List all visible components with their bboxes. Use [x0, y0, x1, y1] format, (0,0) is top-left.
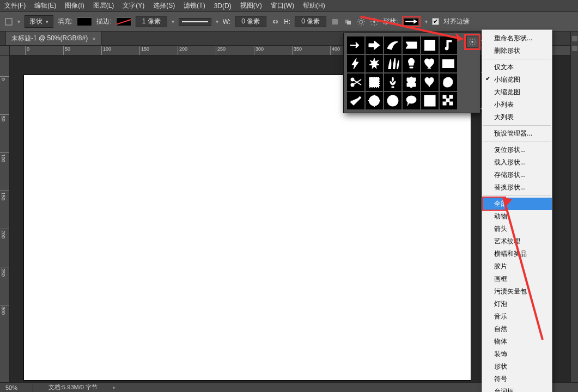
menu-type[interactable]: 文字(Y) [123, 1, 144, 10]
shape-picker-menu-button[interactable] [466, 36, 478, 48]
menu-item[interactable]: 胶片 [482, 260, 552, 273]
link-icon[interactable] [271, 17, 279, 26]
menu-file[interactable]: 文件(F) [4, 1, 26, 10]
chevron-right-icon[interactable]: ▸ [113, 384, 116, 391]
shape-thumb-frame[interactable] [421, 36, 439, 54]
menu-item[interactable]: 预设管理器... [482, 127, 552, 140]
shape-thumb-heart-outline[interactable] [421, 55, 439, 72]
panel-icon[interactable] [572, 36, 577, 41]
menu-item[interactable]: 装饰 [482, 348, 552, 360]
shape-thumb-envelope[interactable] [440, 55, 457, 72]
menu-edit[interactable]: 编辑(E) [34, 1, 56, 10]
tool-preset-icon[interactable] [4, 17, 13, 26]
width-input[interactable]: 0 像素 [235, 16, 266, 27]
panel-icon[interactable] [572, 46, 577, 51]
shape-thumb-grass[interactable] [384, 55, 401, 72]
menu-item[interactable]: 符号 [482, 373, 552, 385]
menu-item[interactable]: 箭头 [482, 223, 552, 235]
menu-item[interactable]: 横幅和奖品 [482, 248, 552, 260]
menu-item[interactable]: 台词框 [482, 385, 552, 392]
chevron-down-icon[interactable]: ▾ [216, 19, 218, 24]
menu-item[interactable]: 动物 [482, 210, 552, 223]
shape-thumb-arrow-thin[interactable] [347, 36, 364, 54]
shape-thumb-banner[interactable] [403, 36, 420, 54]
shape-thumb-dotted-frame[interactable] [366, 74, 383, 91]
menu-item[interactable]: 小列表 [482, 99, 552, 111]
menu-item[interactable]: 存储形状... [482, 169, 552, 181]
menu-item[interactable]: 重命名形状... [482, 32, 552, 45]
zoom-level[interactable]: 50% [5, 384, 17, 391]
shape-thumb-blob[interactable] [440, 74, 457, 91]
menu-item[interactable]: 仅文本 [482, 61, 552, 74]
menu-item[interactable]: 灯泡 [482, 298, 552, 310]
menu-item-label: 大列表 [494, 113, 514, 121]
shape-thumb-music-note[interactable] [440, 36, 457, 54]
menu-item[interactable]: 载入形状... [482, 156, 552, 169]
path-options-icon[interactable] [357, 17, 366, 26]
shape-thumb-checkmark[interactable] [347, 92, 364, 109]
canvas[interactable] [24, 75, 471, 380]
svg-rect-20 [449, 102, 453, 105]
shape-thumb-hatch[interactable] [421, 92, 439, 109]
fill-swatch[interactable] [77, 17, 92, 26]
options-bar: ▾ 形状 ▾ 填充: 描边: 1 像素 ▾ ▾ W: 0 像素 H: 0 像素 … [0, 12, 578, 32]
menu-item-label: 小缩览图 [494, 76, 520, 83]
stroke-width-input[interactable]: 1 像素 [136, 16, 167, 27]
menu-view[interactable]: 视图(V) [240, 1, 262, 10]
height-input[interactable]: 0 像素 [295, 16, 326, 27]
path-align-icon[interactable] [331, 17, 339, 26]
document-info[interactable]: 文档:5.93M/0 字节 [48, 383, 98, 391]
menu-item[interactable]: 画框 [482, 273, 552, 285]
menu-item[interactable]: 自然 [482, 323, 552, 335]
close-icon[interactable]: × [92, 35, 95, 42]
menu-item-label: 自然 [494, 325, 507, 333]
shape-thumb-bulb[interactable] [403, 55, 420, 72]
menu-item[interactable]: 形状 [482, 360, 552, 373]
chevron-down-icon[interactable]: ▾ [17, 19, 20, 24]
shape-thumb-checker[interactable] [440, 92, 457, 109]
shape-mode-combo[interactable]: 形状 ▾ [25, 15, 53, 28]
shape-thumb-heart[interactable] [421, 74, 439, 91]
shape-thumb-target[interactable] [366, 92, 383, 109]
menu-help[interactable]: 帮助(H) [303, 1, 325, 10]
menu-item-label: 胶片 [494, 262, 507, 270]
menu-image[interactable]: 图像(I) [65, 1, 84, 10]
menu-item[interactable]: ✔小缩览图 [482, 74, 552, 86]
path-arrange-icon[interactable] [344, 17, 352, 26]
menu-item[interactable]: 复位形状... [482, 144, 552, 156]
shape-picker-button[interactable] [402, 16, 421, 27]
menu-item[interactable]: 大缩览图 [482, 86, 552, 99]
shape-thumb-starburst[interactable] [366, 55, 383, 72]
menu-3d[interactable]: 3D(D) [214, 2, 232, 10]
menu-item[interactable]: 物体 [482, 335, 552, 348]
shape-thumb-arrow-bold[interactable] [366, 36, 383, 54]
stroke-style-preview[interactable] [179, 18, 211, 26]
chevron-down-icon[interactable]: ▾ [172, 19, 174, 24]
menu-item[interactable]: 全部 [482, 198, 552, 210]
ruler-vertical: 0 50 100 150 200 250 300 [0, 56, 10, 382]
shape-thumb-swoosh[interactable] [384, 36, 401, 54]
chevron-down-icon[interactable]: ▾ [425, 19, 428, 24]
shape-thumb-speech[interactable] [403, 92, 420, 109]
menu-item[interactable]: 艺术纹理 [482, 235, 552, 248]
shape-thumb-puzzle[interactable] [403, 74, 420, 91]
menu-layer[interactable]: 图层(L) [93, 1, 114, 10]
menu-filter[interactable]: 滤镜(T) [184, 1, 205, 10]
menu-item[interactable]: 大列表 [482, 111, 552, 124]
document-tab[interactable]: 未标题-1 @ 50%(RGB/8#) × [5, 31, 102, 45]
ruler-tick: 400 [330, 46, 340, 56]
menu-select[interactable]: 选择(S) [153, 1, 175, 10]
shape-thumb-lightning[interactable] [347, 55, 364, 72]
shape-thumb-scissors[interactable] [347, 74, 364, 91]
menu-item[interactable]: 替换形状... [482, 181, 552, 194]
menu-item[interactable]: 删除形状 [482, 45, 552, 57]
menu-window[interactable]: 窗口(W) [271, 1, 294, 10]
shape-thumb-no-sign[interactable] [384, 92, 401, 109]
stroke-swatch[interactable] [116, 17, 131, 26]
align-edges-checkbox[interactable]: ✔ [432, 18, 439, 25]
menu-item[interactable]: 音乐 [482, 310, 552, 323]
gear-icon[interactable] [370, 17, 379, 26]
menu-item[interactable]: 污渍矢量包 [482, 285, 552, 298]
shape-thumb-fleur[interactable] [384, 74, 401, 91]
collapsed-panels-strip[interactable] [570, 32, 578, 382]
